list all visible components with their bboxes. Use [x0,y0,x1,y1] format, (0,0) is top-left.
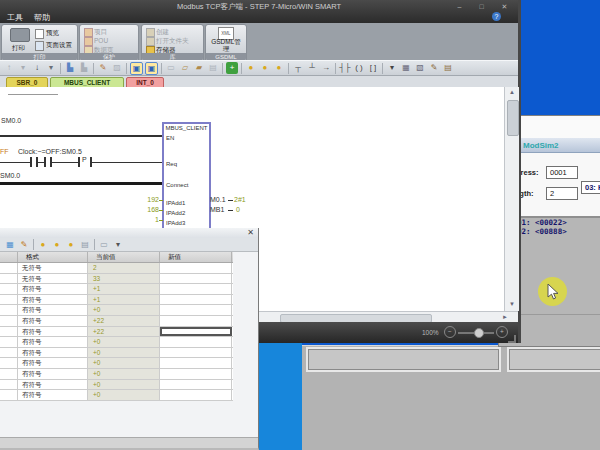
download-icon[interactable]: ↓ [31,62,43,74]
help-icon[interactable]: ? [492,12,501,21]
lock-pou-icon[interactable]: ● [259,62,271,74]
function-code-select[interactable]: 03: H [581,181,600,194]
menu-help[interactable]: 帮助 [34,12,50,23]
zoom-slider-thumb[interactable] [474,328,484,338]
upload-icon[interactable]: ↑ [3,62,15,74]
protect-project-button[interactable]: 项目 [94,28,107,37]
address-cell [0,348,18,358]
new-value-cell[interactable] [160,263,232,273]
print-small-icon[interactable]: ▤ [207,62,219,74]
output2-operand: MB1 [210,206,224,213]
open-folder-icon[interactable]: ▱ [179,62,191,74]
zoom-out-icon[interactable]: − [444,326,456,338]
lock-icon[interactable]: ● [245,62,257,74]
compile-icon[interactable]: ▧ [414,62,426,74]
new-value-cell[interactable] [160,390,232,400]
new-value-cell[interactable] [160,316,232,326]
box-icon[interactable]: [ ] [367,62,379,74]
trend-chart-icon[interactable]: ▦ [4,239,16,251]
preview-button[interactable]: 预览 [46,29,59,38]
ribbon-group-gsdml: XML GSDML管理 GSDML [205,24,247,62]
new-value-cell[interactable] [160,327,232,337]
unlock-icon[interactable]: ● [273,62,285,74]
table-row: 有符号+0 [0,390,233,401]
scroll-down-icon[interactable]: ▼ [505,301,519,307]
new-value-cell[interactable] [160,380,232,390]
resize-grip[interactable] [508,335,516,343]
table-row: 有符号+1 [0,295,233,306]
new-value-column-header: 新值 [160,252,232,262]
table-row: 有符号+0 [0,380,233,391]
vertical-scrollbar[interactable]: ▲ ▼ [504,87,519,311]
edit-network-icon[interactable]: ✎ [97,62,109,74]
new-page-icon[interactable]: ▭ [165,62,177,74]
view-dropdown-icon[interactable]: ▾ [112,239,124,251]
maximize-button[interactable]: □ [474,2,489,11]
grid-icon[interactable]: ▦ [400,62,412,74]
current-value-cell: +0 [88,390,160,400]
close-button[interactable]: ✕ [497,2,512,11]
new-value-cell[interactable] [160,369,232,379]
table-row: 无符号2 [0,263,233,274]
current-value-cell: +0 [88,358,160,368]
rung2-wire-d [90,162,162,163]
new-value-cell[interactable] [160,274,232,284]
open-library-folder-button[interactable]: 打开文件夹 [156,37,189,46]
page-icon[interactable]: ▭ [98,239,110,251]
close-icon[interactable]: ✕ [247,229,254,237]
format-column-header: 格式 [18,252,88,262]
lock-icon[interactable]: ● [37,239,49,251]
clear-icon[interactable]: ▨ [111,62,123,74]
input-tick [159,210,163,211]
new-value-cell[interactable] [160,348,232,358]
page-setup-button[interactable]: 页面设置 [46,41,72,50]
status-chart-hscrollbar[interactable] [0,437,258,448]
scroll-right-icon[interactable]: ► [498,314,512,320]
insert-network-icon[interactable]: ▙ [64,62,76,74]
download-caret-icon[interactable]: ▾ [45,62,57,74]
branch-up-icon[interactable]: ┴ [306,62,318,74]
new-value-cell[interactable] [160,284,232,294]
current-value-cell: +0 [88,305,160,315]
coil-icon[interactable]: ( ) [353,62,365,74]
upload-caret-icon[interactable]: ▾ [17,62,29,74]
address-input[interactable]: 0001 [546,166,578,179]
minimize-button[interactable]: – [452,2,467,11]
new-value-cell[interactable] [160,305,232,315]
clipboard-icon[interactable]: ▤ [79,239,91,251]
new-value-cell[interactable] [160,295,232,305]
menu-tools[interactable]: 工具 [7,12,23,23]
scroll-up-icon[interactable]: ▲ [505,89,519,95]
next-bookmark-icon[interactable]: ▣ [145,62,158,75]
new-value-cell[interactable] [160,337,232,347]
zoom-in-icon[interactable]: + [496,326,508,338]
toggle-bookmark-icon[interactable]: ▣ [130,62,143,75]
edit2-icon[interactable]: ✎ [428,62,440,74]
copy-icon[interactable]: ▤ [442,62,454,74]
toolbar-separator [222,63,223,74]
current-value-cell: +22 [88,327,160,337]
gsdml-manage-button[interactable]: GSDML管理 [208,39,244,52]
save-icon[interactable]: ▰ [193,62,205,74]
line-right-icon[interactable]: → [320,62,332,74]
format-cell: 有符号 [18,390,88,400]
instruction-dropdown-icon[interactable]: ▾ [386,62,398,74]
pencil-icon[interactable]: ✎ [18,239,30,251]
new-value-cell[interactable] [160,358,232,368]
protect-pou-button[interactable]: POU [94,37,108,44]
create-library-button[interactable]: 创建 [156,28,169,37]
lock-row-icon[interactable]: ● [51,239,63,251]
vscroll-thumb[interactable] [507,100,519,136]
branch-down-icon[interactable]: ┬ [292,62,304,74]
current-value-cell: +1 [88,284,160,294]
unlock-icon[interactable]: ● [65,239,77,251]
delete-network-icon[interactable]: ▙ [78,62,90,74]
format-cell: 有符号 [18,284,88,294]
table-row: 有符号+1 [0,284,233,295]
add-icon[interactable]: + [226,62,238,74]
length-input[interactable]: 2 [546,187,578,200]
print-button[interactable]: 打印 [12,44,25,53]
contact-icon[interactable]: ┤├ [339,62,351,74]
toolbar-separator [335,63,336,74]
rung1-operand: SM0.0 [1,117,21,124]
